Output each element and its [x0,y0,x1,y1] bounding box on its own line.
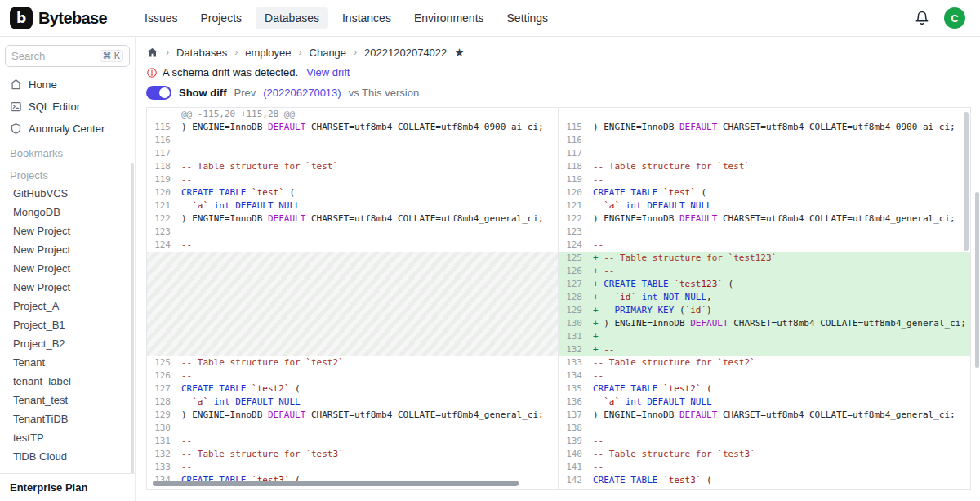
diff-row: 124-- [559,239,970,252]
line-number: 116 [147,134,181,147]
line-number: 137 [559,409,593,422]
line-number: 140 [559,448,593,461]
breadcrumb-item-version[interactable]: 20221202074022 [364,47,447,59]
prev-version-link[interactable]: (202206270013) [263,87,341,99]
diff-row [147,278,558,291]
code-line [181,252,558,265]
sidebar-project-item[interactable]: GitHubVCS [5,184,130,203]
code-line [181,226,558,239]
sidebar-project-item[interactable]: Tenant [5,353,130,372]
diff-row: 130 [147,422,558,435]
nav-item-settings[interactable]: Settings [498,7,558,29]
show-diff-toggle[interactable] [146,86,172,100]
nav-item-databases[interactable]: Databases [256,7,328,29]
bytebase-logo[interactable]: b Bytebase [0,7,136,29]
sidebar-project-item[interactable]: Tenant_test [5,391,130,409]
line-number [147,291,181,304]
diff-pane-previous: @@ -115,20 +115,28 @@115) ENGINE=InnoDB … [147,108,559,489]
breadcrumb-item-change[interactable]: Change [310,47,347,59]
breadcrumb-item-databases[interactable]: Databases [176,47,227,59]
search-input[interactable] [11,50,96,62]
vs-label: vs This version [349,87,419,99]
home-icon [10,78,22,91]
line-number [147,330,181,343]
user-avatar[interactable]: C [944,7,965,29]
nav-item-environments[interactable]: Environments [405,7,493,29]
nav-item-instances[interactable]: Instances [333,7,400,29]
sidebar-project-item[interactable]: TenantTiDB [5,409,130,428]
line-number: 120 [147,186,181,199]
code-line [181,330,558,343]
code-line: `a` int DEFAULT NULL [593,396,970,409]
sidebar-item-home[interactable]: Home [5,74,130,96]
diff-row: 137) ENGINE=InnoDB DEFAULT CHARSET=utf8m… [559,409,970,422]
diff-row: 133-- Table structure for `test2` [559,356,970,369]
sidebar-project-item[interactable]: Project_B1 [5,315,130,334]
sidebar-project-item[interactable]: Project_B2 [5,334,130,353]
line-number: 129 [559,304,593,317]
diff-row: 120CREATE TABLE `test` ( [147,186,558,199]
diff-row: 131-- [147,435,558,448]
diff-row: 139-- [559,435,970,448]
code-line: `a` int DEFAULT NULL [593,199,970,212]
line-number: 127 [147,382,181,396]
search-box: ⌘ K [5,45,130,67]
line-number: 138 [559,422,593,435]
diff-row: 118-- Table structure for `test` [559,160,970,173]
page-scrollbar-thumb[interactable] [975,192,979,368]
line-number [147,278,181,291]
sidebar-item-sql-editor[interactable]: SQL Editor [5,96,130,118]
line-number: 132 [559,343,593,356]
sidebar-item-label: Home [29,78,57,91]
breadcrumb-home-icon[interactable] [146,47,158,59]
top-navbar: b Bytebase IssuesProjectsDatabasesInstan… [0,0,980,37]
diff-row: 121 `a` int DEFAULT NULL [559,199,970,212]
diff-row: 136 `a` int DEFAULT NULL [559,396,970,409]
sidebar-project-item[interactable]: TiDB Cloud [5,447,130,466]
sidebar-item-label: Anomaly Center [29,123,105,135]
notification-bell-icon[interactable] [915,11,929,25]
line-number: 132 [147,448,181,461]
sidebar-project-item[interactable]: testTP [5,428,130,447]
code-line: + PRIMARY KEY (`id`) [593,304,970,317]
breadcrumb-separator: › [234,47,238,58]
diff-row: 121 `a` int DEFAULT NULL [147,199,558,212]
line-number: 124 [147,239,181,252]
view-drift-link[interactable]: View drift [306,66,350,78]
sidebar-project-item[interactable]: Project_A [5,297,130,315]
line-number: 141 [559,461,593,474]
line-number: 118 [559,160,593,173]
sidebar-scrollbar-thumb[interactable] [131,163,134,494]
code-line: ) ENGINE=InnoDB DEFAULT CHARSET=utf8mb4 … [593,212,970,226]
nav-item-issues[interactable]: Issues [136,7,186,29]
sidebar-project-item[interactable]: MongoDB [5,203,130,221]
diff-pane-current: 115) ENGINE=InnoDB DEFAULT CHARSET=utf8m… [559,108,970,489]
diff-row: 123 [559,226,970,239]
diff-row: 125+ -- Table structure for `test123` [559,252,970,265]
diff-horizontal-scrollbar-thumb[interactable] [153,481,519,486]
code-line: `a` int DEFAULT NULL [181,199,558,212]
line-number: 122 [147,212,181,226]
line-number: 118 [147,160,181,173]
sidebar-item-label: SQL Editor [29,101,80,113]
show-diff-label: Show diff [179,87,227,99]
code-line: -- Table structure for `test3` [181,448,558,461]
sidebar-item-anomaly-center[interactable]: Anomaly Center [5,118,130,140]
line-number: 133 [559,356,593,369]
diff-row: 141-- [559,461,970,474]
line-number: 121 [147,199,181,212]
breadcrumb-item-employee[interactable]: employee [245,47,291,59]
sidebar-project-item[interactable]: New Project [5,240,130,259]
sidebar-project-item[interactable]: New Project [5,278,130,297]
code-line: ) ENGINE=InnoDB DEFAULT CHARSET=utf8mb4 … [181,212,558,226]
bookmark-star-icon[interactable]: ★ [454,46,465,59]
code-line: + -- [593,343,970,356]
line-number: 122 [559,212,593,226]
sidebar-project-item[interactable]: New Project [5,221,130,240]
diff-vertical-scrollbar-thumb[interactable] [964,112,969,251]
sidebar-project-item[interactable]: New Project [5,259,130,278]
sidebar-project-item[interactable]: tenant_label [5,372,130,391]
line-number: 130 [559,317,593,330]
nav-item-projects[interactable]: Projects [191,7,251,29]
code-line: ) ENGINE=InnoDB DEFAULT CHARSET=utf8mb4 … [181,409,558,422]
